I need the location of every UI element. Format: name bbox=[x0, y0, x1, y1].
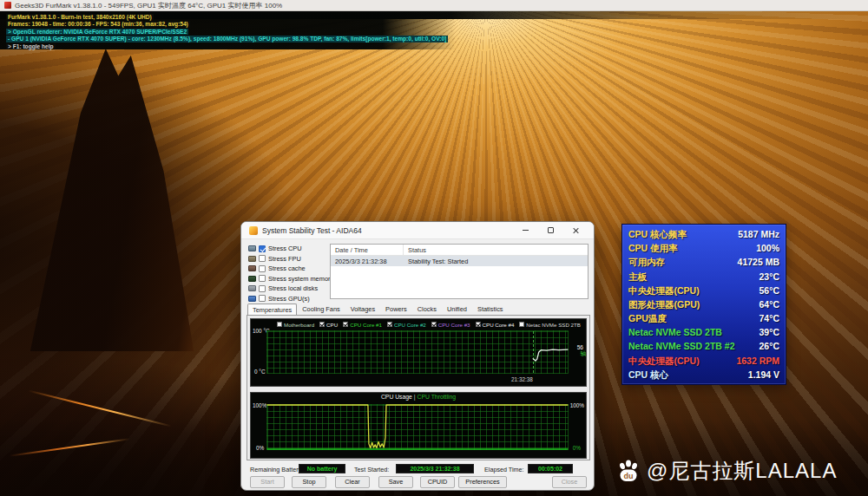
cpuid-button[interactable]: CPUID bbox=[420, 476, 455, 488]
tab-statistics[interactable]: Statistics bbox=[472, 303, 509, 315]
sensor-label: Netac NVMe SSD 2TB bbox=[628, 326, 722, 338]
tab-powers[interactable]: Powers bbox=[380, 303, 412, 315]
tab-unified[interactable]: Unified bbox=[442, 303, 472, 315]
aida-titlebar[interactable]: System Stability Test - AIDA64 bbox=[241, 222, 594, 239]
legend-label: CPU Core #1 bbox=[350, 322, 382, 328]
close-icon bbox=[572, 227, 579, 234]
stress-option-label: Stress FPU bbox=[268, 255, 301, 263]
close-dialog-button[interactable]: Close bbox=[552, 476, 587, 488]
legend-item-motherboard[interactable]: Motherboard bbox=[277, 322, 314, 328]
stress-option-cpu[interactable]: Stress CPU bbox=[248, 244, 329, 254]
cpu-icon bbox=[248, 245, 256, 251]
legend-checkbox[interactable] bbox=[319, 322, 325, 327]
sensor-row: GPU温度74°C bbox=[622, 312, 786, 324]
legend-item-cpu-core-4[interactable]: CPU Core #4 bbox=[476, 322, 515, 328]
temperature-legend: Motherboard CPU CPU Core #1 CPU Core #2 … bbox=[251, 319, 586, 330]
test-started-badge: 2025/3/3 21:32:38 bbox=[396, 464, 474, 474]
save-button[interactable]: Save bbox=[378, 476, 413, 488]
legend-item-cpu-core-3[interactable]: CPU Core #3 bbox=[431, 322, 470, 328]
sensor-row: Netac NVMe SSD 2TB #226°C bbox=[622, 340, 786, 352]
event-log-header: Date / Time Status bbox=[331, 245, 588, 256]
legend-label: CPU Core #2 bbox=[394, 322, 426, 328]
tab-content-temperatures: Motherboard CPU CPU Core #1 CPU Core #2 … bbox=[247, 315, 590, 460]
battery-value-badge: No battery bbox=[299, 464, 345, 474]
stress-disks-checkbox[interactable] bbox=[259, 285, 266, 292]
sensor-label: 可用内存 bbox=[628, 256, 665, 268]
sensor-value: 56°C bbox=[760, 284, 779, 297]
close-button[interactable] bbox=[565, 223, 586, 238]
aida64-stability-window: System Stability Test - AIDA64 Stress CP… bbox=[240, 221, 595, 491]
legend-checkbox[interactable] bbox=[343, 322, 348, 327]
stress-option-disks[interactable]: Stress local disks bbox=[248, 284, 329, 294]
stress-cache-checkbox[interactable] bbox=[259, 265, 266, 272]
usage-right-axis-max: 100% bbox=[570, 402, 584, 408]
clear-button[interactable]: Clear bbox=[335, 476, 370, 488]
stop-button[interactable]: Stop bbox=[292, 476, 326, 488]
usage-y-axis-max: 100% bbox=[253, 402, 266, 408]
disk-icon bbox=[248, 285, 256, 291]
tab-temperatures[interactable]: Temperatures bbox=[247, 303, 297, 316]
sensor-value: 64°C bbox=[760, 298, 779, 310]
legend-item-cpu-core-2[interactable]: CPU Core #2 bbox=[387, 322, 426, 328]
stress-memory-checkbox[interactable] bbox=[259, 275, 266, 282]
elapsed-time-label: Elapsed Time: bbox=[484, 466, 524, 473]
sensor-row: CPU 使用率100% bbox=[622, 242, 786, 254]
stress-option-memory[interactable]: Stress system memory bbox=[248, 274, 329, 284]
test-started-label: Test Started: bbox=[354, 466, 389, 473]
memory-icon bbox=[248, 276, 256, 282]
furmark-app-icon bbox=[4, 2, 11, 9]
paw-du-text: du bbox=[624, 472, 634, 480]
stress-gpu-checkbox[interactable] bbox=[259, 295, 266, 302]
desktop-screen: Geeks3D FurMark v1.38.1.0 - 549FPS, GPU1… bbox=[0, 0, 868, 496]
legend-label: CPU Core #3 bbox=[438, 322, 470, 328]
legend-checkbox[interactable] bbox=[519, 322, 524, 327]
legend-label: Netac NVMe SSD 2TB bbox=[526, 322, 581, 328]
maximize-button[interactable] bbox=[540, 223, 561, 238]
tab-voltages[interactable]: Voltages bbox=[345, 303, 380, 315]
usage-chart-title: CPU Usage|CPU Throttling bbox=[251, 394, 586, 400]
event-log-row[interactable]: 2025/3/3 21:32:38 Stability Test: Starte… bbox=[331, 256, 588, 266]
tab-clocks[interactable]: Clocks bbox=[412, 303, 442, 315]
gpu-icon bbox=[248, 296, 256, 302]
temp-time-label: 21:32:38 bbox=[511, 376, 533, 382]
minimize-button[interactable] bbox=[515, 223, 536, 238]
sensor-label: 图形处理器(GPU) bbox=[628, 298, 700, 310]
preferences-button[interactable]: Preferences bbox=[458, 476, 507, 488]
legend-checkbox[interactable] bbox=[476, 322, 481, 327]
column-header-status[interactable]: Status bbox=[404, 246, 426, 254]
baidu-paw-icon: du bbox=[616, 459, 641, 483]
furmark-titlebar: Geeks3D FurMark v1.38.1.0 - 549FPS, GPU1… bbox=[0, 0, 868, 11]
stress-option-label: Stress cache bbox=[268, 264, 306, 272]
legend-item-netac-ssd[interactable]: Netac NVMe SSD 2TB bbox=[519, 322, 581, 328]
legend-item-cpu[interactable]: CPU bbox=[319, 322, 338, 328]
chart-tabs: Temperatures Cooling Fans Voltages Power… bbox=[247, 303, 509, 315]
legend-checkbox[interactable] bbox=[277, 322, 282, 327]
start-button[interactable]: Start bbox=[250, 476, 285, 488]
aida64-app-icon bbox=[249, 226, 258, 235]
legend-item-cpu-core-1[interactable]: CPU Core #1 bbox=[343, 322, 382, 328]
stress-option-fpu[interactable]: Stress FPU bbox=[248, 254, 329, 264]
sensor-label: GPU温度 bbox=[628, 312, 667, 324]
sensor-row: 图形处理器(GPU)64°C bbox=[622, 298, 786, 310]
stress-option-label: Stress system memory bbox=[268, 275, 333, 283]
sensor-label: CPU 使用率 bbox=[628, 242, 678, 254]
sensor-value: 100% bbox=[756, 242, 779, 254]
log-datetime-cell: 2025/3/3 21:32:38 bbox=[331, 258, 404, 265]
stress-option-cache[interactable]: Stress cache bbox=[248, 264, 329, 274]
tab-cooling-fans[interactable]: Cooling Fans bbox=[297, 303, 345, 315]
stress-options-list: Stress CPU Stress FPU Stress cache Stres… bbox=[248, 244, 329, 303]
maximize-icon bbox=[548, 227, 554, 233]
event-log: Date / Time Status 2025/3/3 21:32:38 Sta… bbox=[330, 244, 589, 299]
sensor-row: 主板23°C bbox=[622, 271, 786, 283]
column-header-datetime[interactable]: Date / Time bbox=[331, 245, 404, 255]
osd-line: FurMark v1.38.1.0 - Burn-in test, 3840x2… bbox=[6, 14, 154, 20]
stress-fpu-checkbox[interactable] bbox=[259, 255, 266, 262]
temperature-chart-panel: Motherboard CPU CPU Core #1 CPU Core #2 … bbox=[250, 318, 587, 387]
temp-line-end-value: 56 bbox=[577, 344, 583, 350]
stress-cpu-checkbox[interactable] bbox=[259, 245, 266, 252]
sensor-row: 中央处理器(CPU)56°C bbox=[622, 284, 786, 297]
legend-checkbox[interactable] bbox=[431, 322, 437, 327]
sensor-value: 41725 MB bbox=[738, 256, 779, 268]
legend-checkbox[interactable] bbox=[387, 322, 392, 327]
legend-label: Motherboard bbox=[284, 322, 314, 328]
